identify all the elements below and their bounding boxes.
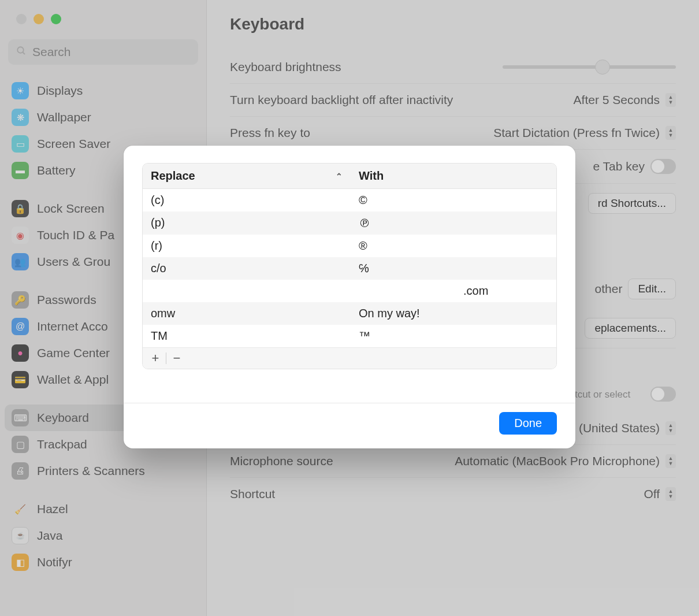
cell-with: © [351,189,556,211]
cell-replace: c/o [143,257,351,280]
table-header: Replace ⌃ With [143,164,556,189]
table-row[interactable]: omwOn my way! [143,302,556,325]
table-row[interactable]: (r)® [143,235,556,257]
table-row[interactable]: TM™ [143,325,556,347]
cell-with: ™ [351,325,556,347]
table-row[interactable]: (c)© [143,189,556,211]
cell-replace: (p) [143,211,351,235]
done-button[interactable]: Done [499,412,557,435]
divider [166,352,166,364]
table-body: (c)© (p)℗ (r)® c/o℅ .com omwOn my way! T… [143,189,556,347]
table-row[interactable]: .com [143,280,556,302]
cell-replace: (c) [143,189,351,211]
cell-replace: (r) [143,235,351,257]
replacements-table: Replace ⌃ With (c)© (p)℗ (r)® c/o℅ .com … [142,163,557,369]
chevron-up-icon: ⌃ [336,172,343,181]
cell-replace [143,280,351,302]
remove-button[interactable]: − [169,350,185,366]
cell-replace: omw [143,302,351,325]
cell-with: ℗ [351,211,556,235]
cell-with: On my way! [351,302,556,325]
header-with[interactable]: With [351,164,556,188]
header-replace-label: Replace [151,169,195,183]
add-button[interactable]: + [147,350,163,366]
cell-with: ® [351,235,556,257]
table-row[interactable]: c/o℅ [143,257,556,280]
text-replacements-modal: Replace ⌃ With (c)© (p)℗ (r)® c/o℅ .com … [124,146,575,448]
cell-with: .com [351,280,556,302]
modal-buttons: Done [142,403,557,435]
cell-with: ℅ [351,257,556,280]
table-row[interactable]: (p)℗ [143,211,556,235]
header-with-label: With [359,169,384,182]
table-footer: + − [143,347,556,369]
header-replace[interactable]: Replace ⌃ [143,164,351,188]
cell-replace: TM [143,325,351,347]
